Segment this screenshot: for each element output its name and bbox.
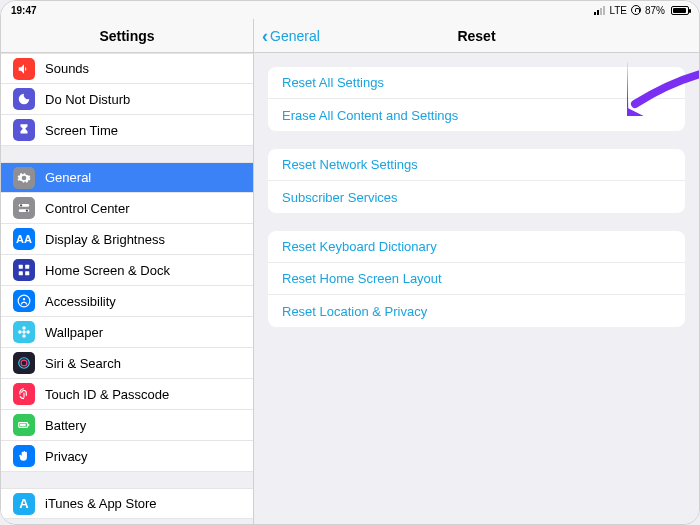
- battery-icon: [13, 414, 35, 436]
- settings-group: Reset All SettingsErase All Content and …: [268, 67, 685, 131]
- reset-option-label: Reset All Settings: [282, 75, 384, 90]
- reset-option-reset-network[interactable]: Reset Network Settings: [268, 149, 685, 181]
- battery-icon: [671, 6, 689, 15]
- person-icon: [13, 290, 35, 312]
- sidebar-item-display[interactable]: AADisplay & Brightness: [1, 224, 253, 255]
- svg-point-8: [18, 295, 30, 307]
- reset-option-label: Reset Network Settings: [282, 157, 418, 172]
- A-icon: A: [13, 493, 35, 515]
- sidebar-item-label: Display & Brightness: [45, 232, 165, 247]
- grid-icon: [13, 259, 35, 281]
- chevron-left-icon: ‹: [262, 27, 268, 45]
- back-label: General: [270, 28, 320, 44]
- sidebar-item-label: Siri & Search: [45, 356, 121, 371]
- sidebar-item-siri[interactable]: Siri & Search: [1, 348, 253, 379]
- reset-option-label: Reset Location & Privacy: [282, 304, 427, 319]
- split-view: Settings SoundsDo Not DisturbScreen Time…: [1, 19, 699, 524]
- sidebar-item-screentime[interactable]: Screen Time: [1, 115, 253, 146]
- sidebar-item-label: General: [45, 170, 91, 185]
- svg-point-9: [23, 298, 25, 300]
- sidebar-item-label: Screen Time: [45, 123, 118, 138]
- detail-body: Reset All SettingsErase All Content and …: [254, 53, 699, 327]
- sidebar-item-label: Do Not Disturb: [45, 92, 130, 107]
- sidebar-item-homescreen[interactable]: Home Screen & Dock: [1, 255, 253, 286]
- signal-icon: [594, 6, 605, 15]
- reset-option-reset-home[interactable]: Reset Home Screen Layout: [268, 263, 685, 295]
- reset-option-erase-all[interactable]: Erase All Content and Settings: [268, 99, 685, 131]
- sidebar-item-wallpaper[interactable]: Wallpaper: [1, 317, 253, 348]
- carrier-label: LTE: [609, 5, 627, 16]
- settings-sidebar[interactable]: Settings SoundsDo Not DisturbScreen Time…: [1, 19, 254, 524]
- moon-icon: [13, 88, 35, 110]
- svg-point-14: [26, 330, 30, 334]
- sidebar-item-sounds[interactable]: Sounds: [1, 53, 253, 84]
- reset-option-reset-all[interactable]: Reset All Settings: [268, 67, 685, 99]
- svg-point-3: [26, 209, 28, 211]
- svg-rect-4: [19, 265, 23, 269]
- device-frame: 19:47 LTE 87% Settings SoundsDo Not Dist…: [0, 0, 700, 525]
- svg-rect-6: [19, 271, 23, 275]
- switches-icon: [13, 197, 35, 219]
- svg-rect-18: [28, 424, 29, 426]
- sidebar-item-label: Battery: [45, 418, 86, 433]
- sidebar-item-general[interactable]: General: [1, 162, 253, 193]
- sidebar-item-touchid[interactable]: Touch ID & Passcode: [1, 379, 253, 410]
- hourglass-icon: [13, 119, 35, 141]
- reset-option-label: Erase All Content and Settings: [282, 108, 458, 123]
- svg-point-10: [22, 330, 26, 334]
- reset-option-label: Subscriber Services: [282, 190, 398, 205]
- sidebar-item-accessibility[interactable]: Accessibility: [1, 286, 253, 317]
- sidebar-item-label: Touch ID & Passcode: [45, 387, 169, 402]
- svg-rect-7: [25, 271, 29, 275]
- siri-icon: [13, 352, 35, 374]
- battery-pct: 87%: [645, 5, 665, 16]
- flower-icon: [13, 321, 35, 343]
- rotation-lock-icon: [631, 5, 641, 15]
- back-button[interactable]: ‹ General: [254, 27, 328, 45]
- sidebar-item-label: Privacy: [45, 449, 88, 464]
- gear-icon: [13, 167, 35, 189]
- reset-option-reset-keyboard[interactable]: Reset Keyboard Dictionary: [268, 231, 685, 263]
- sidebar-item-battery[interactable]: Battery: [1, 410, 253, 441]
- svg-point-13: [18, 330, 22, 334]
- settings-group: Reset Network SettingsSubscriber Service…: [268, 149, 685, 213]
- sidebar-item-label: Control Center: [45, 201, 130, 216]
- detail-header: ‹ General Reset: [254, 19, 699, 53]
- sidebar-item-label: Wallpaper: [45, 325, 103, 340]
- sidebar-item-label: iTunes & App Store: [45, 496, 157, 511]
- sidebar-item-label: Sounds: [45, 61, 89, 76]
- svg-point-2: [20, 204, 22, 206]
- detail-pane: ‹ General Reset Reset All SettingsErase …: [254, 19, 699, 524]
- sidebar-item-label: Home Screen & Dock: [45, 263, 170, 278]
- svg-rect-19: [20, 424, 26, 426]
- finger-icon: [13, 383, 35, 405]
- svg-point-11: [22, 326, 26, 330]
- reset-option-label: Reset Keyboard Dictionary: [282, 239, 437, 254]
- sidebar-item-privacy[interactable]: Privacy: [1, 441, 253, 472]
- sidebar-title: Settings: [1, 19, 253, 53]
- reset-option-reset-location[interactable]: Reset Location & Privacy: [268, 295, 685, 327]
- status-time: 19:47: [11, 5, 37, 16]
- settings-group: Reset Keyboard DictionaryReset Home Scre…: [268, 231, 685, 327]
- hand-icon: [13, 445, 35, 467]
- sidebar-item-itunes[interactable]: AiTunes & App Store: [1, 488, 253, 519]
- svg-point-15: [19, 358, 30, 369]
- status-right: LTE 87%: [594, 1, 689, 19]
- sidebar-item-controlcenter[interactable]: Control Center: [1, 193, 253, 224]
- AA-icon: AA: [13, 228, 35, 250]
- status-bar: 19:47 LTE 87%: [1, 1, 699, 19]
- svg-rect-5: [25, 265, 29, 269]
- reset-option-label: Reset Home Screen Layout: [282, 271, 442, 286]
- svg-point-16: [21, 360, 27, 366]
- sidebar-item-dnd[interactable]: Do Not Disturb: [1, 84, 253, 115]
- sidebar-item-label: Accessibility: [45, 294, 116, 309]
- volume-icon: [13, 58, 35, 80]
- svg-point-12: [22, 334, 26, 338]
- reset-option-subscriber[interactable]: Subscriber Services: [268, 181, 685, 213]
